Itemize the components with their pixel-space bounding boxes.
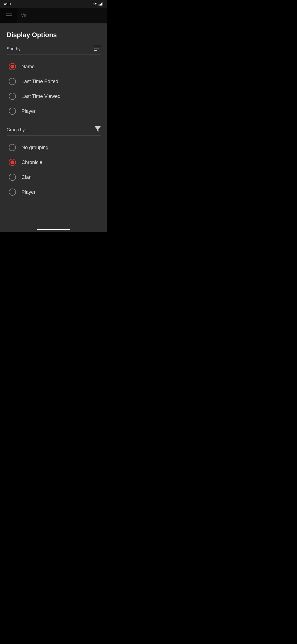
group-radio-group: No grouping Chronicle Clan Player [7, 140, 101, 200]
svg-rect-2 [94, 2, 95, 6]
sort-name-radio-inner [10, 65, 14, 69]
status-icons [92, 2, 103, 6]
group-player-radio[interactable] [9, 189, 16, 196]
sort-radio-group: Name Last Time Edited Last Time Viewed P… [7, 59, 101, 119]
status-bar: 4:10 [0, 0, 107, 8]
group-option-chronicle[interactable]: Chronicle [7, 155, 101, 170]
sort-section-header: Sort by... [7, 45, 101, 55]
wifi-icon [92, 2, 97, 6]
group-none-label: No grouping [21, 145, 48, 151]
group-option-player[interactable]: Player [7, 185, 101, 200]
sort-last-edited-label: Last Time Edited [21, 79, 58, 84]
group-chronicle-radio[interactable] [9, 159, 16, 166]
group-option-none[interactable]: No grouping [7, 140, 101, 155]
group-option-clan[interactable]: Clan [7, 170, 101, 185]
group-section-header: Group by... [7, 126, 101, 136]
sort-name-label: Name [21, 64, 35, 70]
svg-marker-25 [95, 126, 101, 132]
group-chronicle-label: Chronicle [21, 160, 42, 165]
sheet-title: Display Options [7, 31, 101, 39]
group-player-label: Player [21, 189, 35, 195]
sort-option-last-edited[interactable]: Last Time Edited [7, 74, 101, 89]
sort-icon [94, 45, 101, 52]
group-clan-label: Clan [21, 174, 32, 180]
sort-label: Sort by... [7, 47, 24, 51]
filter-icon [95, 126, 101, 133]
sort-option-last-viewed[interactable]: Last Time Viewed [7, 89, 101, 104]
sort-last-viewed-label: Last Time Viewed [21, 94, 61, 99]
svg-rect-4 [100, 4, 101, 6]
sort-name-radio[interactable] [9, 63, 16, 70]
bottom-sheet: Display Options Sort by... Name Last Tim… [0, 23, 107, 232]
sort-player-radio[interactable] [9, 108, 16, 115]
group-clan-radio[interactable] [9, 174, 16, 181]
sort-option-name[interactable]: Name [7, 59, 101, 74]
svg-rect-5 [101, 3, 102, 6]
group-none-radio[interactable] [9, 144, 16, 151]
status-time: 4:10 [4, 2, 11, 6]
sort-last-viewed-radio[interactable] [9, 93, 16, 100]
sort-last-edited-radio[interactable] [9, 78, 16, 85]
sort-option-player[interactable]: Player [7, 104, 101, 119]
svg-rect-3 [98, 5, 99, 6]
sort-player-label: Player [21, 108, 35, 114]
signal-icon [98, 2, 103, 6]
group-chronicle-radio-inner [10, 160, 14, 164]
bottom-bar-indicator [37, 229, 70, 230]
svg-rect-6 [102, 2, 103, 6]
group-label: Group by... [7, 127, 28, 132]
